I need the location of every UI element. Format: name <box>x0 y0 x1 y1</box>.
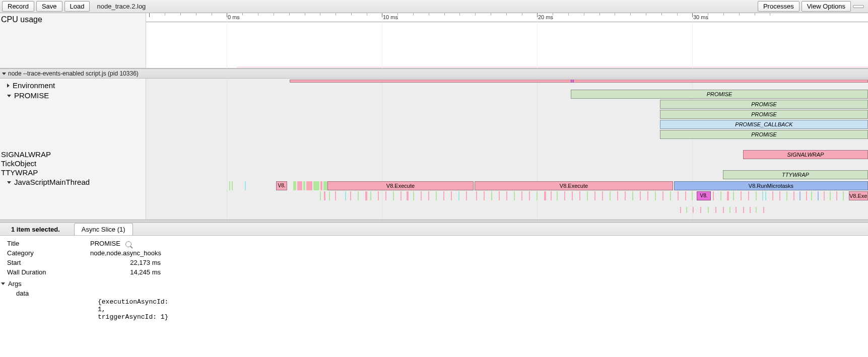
slice-environment[interactable] <box>290 80 868 83</box>
sliver[interactable] <box>323 181 327 190</box>
sliver[interactable] <box>297 181 302 190</box>
record-button[interactable]: Record <box>2 1 34 12</box>
sliver[interactable] <box>293 181 296 190</box>
track-signalwrap[interactable]: SIGNALWRAP <box>0 150 146 159</box>
slice-v8-short[interactable]: V8. <box>276 181 287 190</box>
detail-category-key: Category <box>7 249 90 257</box>
detail-category-val: node,node.async_hooks <box>90 249 161 257</box>
sliver[interactable] <box>245 181 246 190</box>
process-title: node --trace-events-enabled script.js (p… <box>8 70 139 77</box>
track-tickobject[interactable]: TickObject <box>0 159 146 168</box>
track-promise[interactable]: PROMISE <box>0 91 146 101</box>
slice-v8-inner[interactable]: V8. <box>697 191 711 200</box>
overview-timeline[interactable]: 0 ms 10 ms 20 ms 30 ms <box>146 13 868 68</box>
detail-header: 1 item selected. Async Slice (1) <box>0 223 868 236</box>
js-row-3 <box>675 207 868 214</box>
detail-data-key: data <box>7 290 90 297</box>
toolbar: Record Save Load node_trace.2.log Proces… <box>0 0 868 13</box>
load-button[interactable]: Load <box>64 1 90 12</box>
slice-promise-callback[interactable]: PROMISE_CALLBACK <box>660 120 868 129</box>
empty-button[interactable] <box>853 5 864 8</box>
time-ruler[interactable]: 0 ms 10 ms 20 ms 30 ms <box>146 13 868 22</box>
detail-body: Title PROMISE Category node,node.async_h… <box>0 236 868 324</box>
slice-ttywrap[interactable]: TTYWRAP <box>723 170 868 179</box>
chevron-down-icon <box>7 181 11 184</box>
filename-label: node_trace.2.log <box>97 3 146 10</box>
chevron-down-icon <box>2 73 6 75</box>
slice-signalwrap[interactable]: SIGNALWRAP <box>743 150 868 159</box>
sliver[interactable] <box>232 181 233 190</box>
slice-v8-execute-1[interactable]: V8.Execute <box>327 181 474 190</box>
cpu-activity-strip <box>237 66 868 68</box>
track-ttywrap[interactable]: TTYWRAP <box>0 168 146 177</box>
timeline[interactable]: PROMISE PROMISE PROMISE PROMISE_CALLBACK… <box>146 79 868 220</box>
js-row-2: V8. V8.Execute <box>320 191 868 200</box>
tick-30ms: 30 ms <box>692 14 708 20</box>
process-header[interactable]: node --trace-events-enabled script.js (p… <box>0 68 868 79</box>
cpu-row: CPU usage 0 ms 10 ms 20 ms 30 ms <box>0 13 868 68</box>
selection-count: 1 item selected. <box>6 224 65 235</box>
tracks-area: Environment PROMISE SIGNALWRAP TickObjec… <box>0 79 868 220</box>
detail-data-val: {executionAsyncId: 1, triggerAsyncId: 1} <box>7 298 861 321</box>
tick-10ms: 10 ms <box>382 14 398 20</box>
detail-start-val: 22,173 ms <box>90 259 161 266</box>
cpu-usage-label: CPU usage <box>0 13 146 26</box>
track-environment[interactable]: Environment <box>0 81 146 91</box>
tick-0ms: 0 ms <box>227 14 240 20</box>
detail-duration-val: 14,245 ms <box>90 268 161 276</box>
detail-start-key: Start <box>7 259 90 266</box>
save-button[interactable]: Save <box>36 1 62 12</box>
view-options-button[interactable]: View Options <box>802 1 851 12</box>
chevron-right-icon <box>7 84 10 88</box>
track-js-main[interactable]: JavaScriptMainThread <box>0 177 146 187</box>
processes-button[interactable]: Processes <box>758 1 799 12</box>
detail-title-val: PROMISE <box>90 240 131 247</box>
search-icon[interactable] <box>125 241 131 247</box>
slice-v8-execute-3[interactable]: V8.Execute <box>849 191 868 200</box>
detail-args-key: Args <box>8 280 22 288</box>
detail-title-key: Title <box>7 240 90 247</box>
sliver[interactable] <box>303 181 305 190</box>
sliver[interactable] <box>320 181 322 190</box>
slice-promise-3[interactable]: PROMISE <box>660 110 868 119</box>
tab-async-slice[interactable]: Async Slice (1) <box>74 223 133 235</box>
slice-environment-marker[interactable] <box>571 80 574 83</box>
sliver[interactable] <box>313 181 319 190</box>
sliver[interactable] <box>229 181 230 190</box>
chevron-down-icon[interactable] <box>1 282 5 285</box>
tick-20ms: 20 ms <box>537 14 553 20</box>
sliver[interactable] <box>306 181 312 190</box>
slice-v8-microtasks[interactable]: V8.RunMicrotasks <box>674 181 868 190</box>
slice-promise-2[interactable]: PROMISE <box>660 100 868 109</box>
chevron-down-icon <box>7 95 11 97</box>
slice-v8-execute-2[interactable]: V8.Execute <box>475 181 673 190</box>
slice-promise-1[interactable]: PROMISE <box>571 90 868 99</box>
detail-duration-key: Wall Duration <box>7 268 90 276</box>
track-labels: Environment PROMISE SIGNALWRAP TickObjec… <box>0 79 146 220</box>
slice-promise-4[interactable]: PROMISE <box>660 130 868 139</box>
